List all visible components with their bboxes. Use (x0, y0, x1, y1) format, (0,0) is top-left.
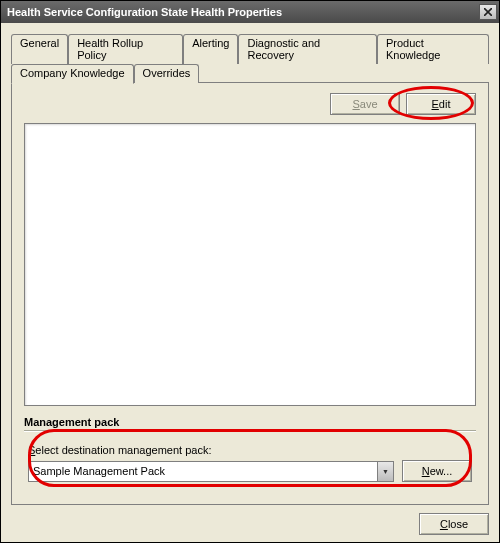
tab-health-rollup-policy[interactable]: Health Rollup Policy (68, 34, 183, 64)
management-pack-section: Management pack Select destination manag… (24, 416, 476, 492)
chevron-down-icon: ▼ (377, 462, 393, 481)
divider (24, 430, 476, 432)
edit-button[interactable]: Edit (406, 93, 476, 115)
close-button-rest: lose (448, 518, 468, 530)
tab-product-knowledge[interactable]: Product Knowledge (377, 34, 489, 64)
tab-company-knowledge[interactable]: Company Knowledge (11, 64, 134, 84)
close-icon[interactable] (479, 4, 497, 20)
tab-diagnostic-and-recovery[interactable]: Diagnostic and Recovery (238, 34, 377, 64)
management-pack-select[interactable]: Sample Management Pack ▼ (28, 461, 394, 482)
management-pack-label: Select destination management pack: (28, 444, 472, 456)
window-title: Health Service Configuration State Healt… (7, 6, 479, 18)
edit-button-rest: dit (439, 98, 451, 110)
management-pack-selected: Sample Management Pack (33, 465, 165, 477)
titlebar: Health Service Configuration State Healt… (1, 1, 499, 23)
tab-strip: General Health Rollup Policy Alerting Di… (11, 33, 489, 82)
tab-alerting[interactable]: Alerting (183, 34, 238, 64)
dialog-footer: Close (11, 505, 489, 535)
new-button[interactable]: New... (402, 460, 472, 482)
save-button: Save (330, 93, 400, 115)
toolbar: Save Edit (24, 93, 476, 115)
dialog-body: General Health Rollup Policy Alerting Di… (1, 23, 499, 543)
tab-general[interactable]: General (11, 34, 68, 64)
tab-panel-company-knowledge: Save Edit Management pack Select destina… (11, 82, 489, 505)
tab-overrides[interactable]: Overrides (134, 64, 200, 83)
mp-label-rest: elect destination management pack: (35, 444, 211, 456)
save-button-rest: ave (360, 98, 378, 110)
close-button[interactable]: Close (419, 513, 489, 535)
knowledge-editor[interactable] (24, 123, 476, 406)
management-pack-row: Sample Management Pack ▼ New... (28, 460, 472, 482)
new-button-rest: ew... (430, 465, 453, 477)
management-pack-heading: Management pack (24, 416, 476, 428)
